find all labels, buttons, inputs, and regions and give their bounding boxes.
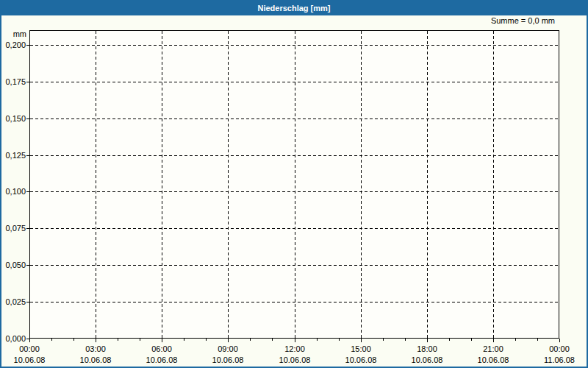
x-axis-minor-tick [51, 339, 52, 341]
x-tick-date-label: 10.06.08 [401, 355, 453, 364]
x-axis-major-tick [361, 339, 362, 342]
x-axis-minor-tick [317, 339, 318, 341]
x-tick-time-label: 09:00 [202, 344, 254, 353]
x-axis-minor-tick [250, 339, 251, 341]
y-axis-tick [26, 155, 29, 156]
x-tick-date-label: 10.06.08 [4, 355, 55, 364]
x-axis-minor-tick [118, 339, 118, 341]
x-tick-time-label: 15:00 [335, 344, 387, 353]
x-gridline [361, 31, 362, 338]
x-tick-date-label: 10.06.08 [202, 355, 254, 364]
x-axis-minor-tick [140, 339, 140, 341]
x-tick-time-label: 03:00 [70, 344, 121, 353]
x-tick-time-label: 00:00 [534, 344, 585, 353]
x-axis-major-tick [29, 339, 30, 342]
x-tick-time-label: 00:00 [4, 344, 55, 353]
x-axis-minor-tick [405, 339, 406, 341]
y-tick-label: 0,025 [0, 297, 26, 306]
x-axis-major-tick [427, 339, 428, 342]
x-tick-date-label: 10.06.08 [70, 355, 121, 364]
x-tick-date-label: 10.06.08 [335, 355, 387, 364]
chart-window: Niederschlag [mm] Summe = 0,0 mm mm 0,00… [0, 0, 588, 368]
x-gridline [493, 31, 494, 338]
x-axis-major-tick [96, 339, 96, 342]
y-axis-tick [26, 302, 29, 302]
x-axis-minor-tick [74, 339, 74, 341]
x-gridline [96, 31, 96, 338]
x-tick-time-label: 12:00 [269, 344, 320, 353]
y-axis-tick [26, 118, 29, 119]
sum-annotation: Summe = 0,0 mm [491, 16, 555, 25]
x-tick-time-label: 21:00 [467, 344, 519, 353]
x-tick-date-label: 10.06.08 [269, 355, 320, 364]
x-axis-minor-tick [184, 339, 184, 341]
x-gridline [228, 31, 229, 338]
x-tick-date-label: 10.06.08 [136, 355, 187, 364]
x-axis-major-tick [162, 339, 162, 342]
x-tick-date-label: 11.06.08 [534, 355, 585, 364]
x-gridline [295, 31, 295, 338]
x-axis-minor-tick [449, 339, 450, 341]
x-gridline [427, 31, 428, 338]
x-axis-major-tick [559, 339, 560, 342]
x-axis-minor-tick [272, 339, 273, 341]
x-gridline [162, 31, 162, 338]
x-axis-minor-tick [206, 339, 207, 341]
y-tick-label: 0,050 [0, 261, 26, 269]
x-axis-minor-tick [537, 339, 538, 341]
x-tick-time-label: 18:00 [401, 344, 453, 353]
x-axis-major-tick [493, 339, 494, 342]
y-tick-label: 0,150 [0, 114, 26, 123]
x-tick-date-label: 10.06.08 [467, 355, 519, 364]
y-tick-label: 0,075 [0, 224, 26, 233]
y-tick-label: 0,200 [0, 40, 26, 49]
y-axis-tick [26, 82, 29, 82]
y-axis-unit-label: mm [0, 29, 26, 38]
window-titlebar: Niederschlag [mm] [0, 0, 588, 15]
x-axis-minor-tick [383, 339, 384, 341]
y-axis-tick [26, 265, 29, 266]
y-tick-label: 0,100 [0, 187, 26, 196]
y-tick-label: 0,175 [0, 77, 26, 86]
x-axis-major-tick [295, 339, 295, 342]
y-axis-tick [26, 191, 29, 192]
y-tick-label: 0,125 [0, 151, 26, 160]
chart-title: Niederschlag [mm] [257, 4, 330, 13]
x-tick-time-label: 06:00 [136, 344, 187, 353]
y-tick-label: 0,000 [0, 334, 26, 343]
x-axis-major-tick [228, 339, 229, 342]
y-axis-tick [26, 45, 29, 46]
x-axis-minor-tick [339, 339, 340, 341]
x-axis-minor-tick [471, 339, 472, 341]
y-axis-tick [26, 228, 29, 229]
x-axis-minor-tick [515, 339, 516, 341]
